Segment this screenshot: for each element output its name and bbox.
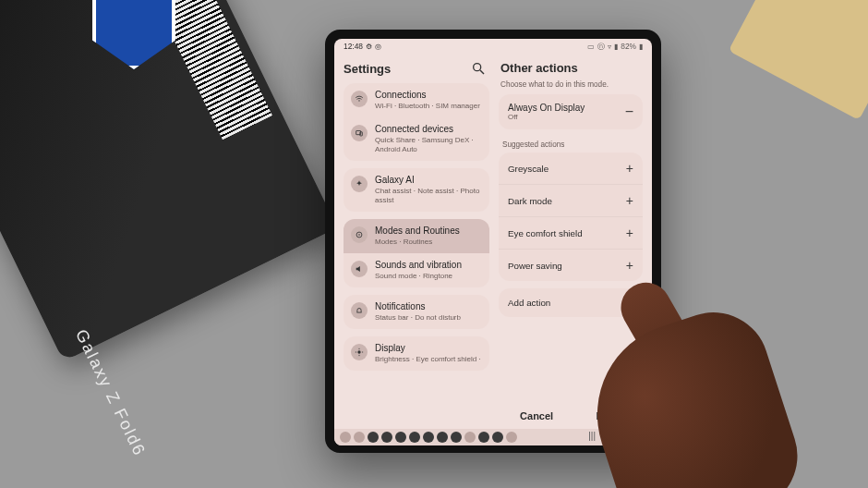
svg-line-1: [480, 70, 484, 74]
page-title: Other actions: [499, 59, 643, 80]
suggestion-label: Greyscale: [508, 164, 549, 174]
item-title: Notifications: [375, 301, 461, 312]
nav-recents[interactable]: |||: [588, 431, 596, 444]
settings-group: Connections Wi-Fi · Bluetooth · SIM mana…: [344, 83, 489, 161]
clock: 12:48: [344, 42, 363, 51]
settings-group: Galaxy AI Chat assist · Note assist · Ph…: [344, 168, 489, 212]
wifi-icon: [351, 91, 368, 107]
suggested-actions-list: Greyscale + Dark mode + Eye comfort shie…: [499, 152, 643, 281]
item-subtitle: Chat assist · Note assist · Photo assist: [375, 187, 482, 205]
settings-item-sounds[interactable]: Sounds and vibration Sound mode · Ringto…: [344, 253, 489, 287]
taskbar-app-icon[interactable]: [409, 432, 420, 443]
settings-group: Modes and Routines Modes · Routines Soun…: [344, 219, 489, 287]
status-indicator-icon: ⚙: [366, 42, 372, 51]
taskbar-app-icon[interactable]: [423, 432, 434, 443]
taskbar-app-icon[interactable]: [478, 432, 489, 443]
suggestion-label: Dark mode: [508, 196, 552, 206]
item-title: Modes and Routines: [375, 226, 460, 237]
search-button[interactable]: [471, 61, 486, 76]
add-icon: +: [626, 226, 633, 240]
wifi-icon: ▿: [608, 42, 611, 51]
add-icon: +: [626, 161, 633, 176]
wood-block-prop: [729, 0, 868, 120]
app-drawer-icon[interactable]: [340, 432, 351, 443]
item-subtitle: Sound mode · Ringtone: [375, 272, 462, 281]
svg-point-6: [357, 350, 360, 353]
settings-item-display[interactable]: Display Brightness · Eye comfort shield …: [344, 336, 489, 371]
item-title: Galaxy AI: [375, 175, 482, 186]
suggested-greyscale[interactable]: Greyscale +: [499, 152, 643, 184]
taskbar-app-icon[interactable]: [368, 432, 379, 443]
add-action-label: Add action: [508, 298, 550, 308]
settings-item-galaxy-ai[interactable]: Galaxy AI Chat assist · Note assist · Ph…: [344, 168, 489, 212]
item-title: Sounds and vibration: [375, 260, 462, 271]
cancel-button[interactable]: Cancel: [520, 410, 553, 421]
item-subtitle: Status bar · Do not disturb: [375, 313, 461, 323]
nfc-icon: ⓝ: [597, 42, 605, 52]
settings-group: Notifications Status bar · Do not distur…: [344, 295, 489, 329]
suggestion-label: Eye comfort shield: [508, 228, 583, 238]
signal-icon: ▮: [614, 42, 618, 51]
svg-rect-3: [360, 132, 363, 136]
battery-icon: ▮: [639, 42, 643, 51]
taskbar-app-icon[interactable]: [451, 432, 462, 443]
item-subtitle: Modes · Routines: [375, 238, 460, 247]
sparkle-icon: [351, 176, 368, 192]
suggestion-label: Power saving: [508, 261, 562, 271]
settings-item-modes-routines[interactable]: Modes and Routines Modes · Routines: [344, 219, 489, 253]
battery-text: 82%: [621, 42, 636, 51]
bell-icon: [351, 302, 368, 319]
devices-icon: [351, 125, 368, 141]
action-always-on-display[interactable]: Always On Display Off −: [499, 94, 643, 129]
add-icon: +: [626, 193, 633, 208]
svg-point-5: [358, 234, 360, 236]
item-subtitle: Quick Share · Samsung DeX · Android Auto: [375, 136, 482, 154]
suggested-actions-label: Suggested actions: [499, 137, 643, 152]
settings-item-connected-devices[interactable]: Connected devices Quick Share · Samsung …: [344, 117, 489, 161]
taskbar-app-icon[interactable]: [506, 432, 517, 443]
item-title: Connections: [375, 90, 480, 101]
settings-item-notifications[interactable]: Notifications Status bar · Do not distur…: [344, 295, 489, 329]
item-subtitle: Wi-Fi · Bluetooth · SIM manager: [375, 102, 480, 111]
settings-item-connections[interactable]: Connections Wi-Fi · Bluetooth · SIM mana…: [344, 83, 489, 117]
cast-icon: ▭: [587, 42, 595, 51]
suggested-power-saving[interactable]: Power saving +: [499, 249, 643, 281]
settings-pane: Settings Connections Wi-Fi · Bluetooth ·…: [334, 54, 493, 429]
item-title: Connected devices: [375, 124, 482, 135]
modes-icon: [351, 226, 368, 243]
suggested-dark-mode[interactable]: Dark mode +: [499, 184, 643, 216]
item-title: Display: [375, 343, 481, 354]
taskbar-app-icon[interactable]: [395, 432, 406, 443]
remove-action-button[interactable]: −: [625, 104, 633, 120]
settings-list[interactable]: Connections Wi-Fi · Bluetooth · SIM mana…: [344, 83, 489, 378]
item-subtitle: Brightness · Eye comfort shield ·: [375, 355, 481, 364]
settings-group: Display Brightness · Eye comfort shield …: [344, 336, 489, 371]
taskbar-app-icon[interactable]: [381, 432, 392, 443]
add-icon: +: [626, 258, 633, 273]
card-value: Off: [508, 113, 585, 121]
taskbar-app-icon[interactable]: [492, 432, 503, 443]
search-icon: [471, 61, 486, 76]
product-box-prop: Galaxy Z Fold6: [0, 0, 337, 361]
sound-icon: [351, 261, 368, 277]
settings-title: Settings: [344, 62, 391, 76]
svg-point-0: [474, 64, 481, 71]
status-indicator-icon: ◎: [375, 42, 381, 51]
status-bar: 12:48 ⚙ ◎ ▭ ⓝ ▿ ▮ 82% ▮: [334, 39, 652, 54]
card-title: Always On Display: [508, 103, 585, 113]
page-hint: Choose what to do in this mode.: [499, 80, 643, 94]
box-label: Galaxy Z Fold6: [71, 326, 150, 459]
sun-icon: [351, 344, 368, 360]
taskbar-app-icon[interactable]: [464, 432, 476, 443]
taskbar-app-icon[interactable]: [437, 432, 448, 443]
finder-icon[interactable]: [354, 432, 365, 443]
suggested-eye-comfort[interactable]: Eye comfort shield +: [499, 216, 643, 249]
